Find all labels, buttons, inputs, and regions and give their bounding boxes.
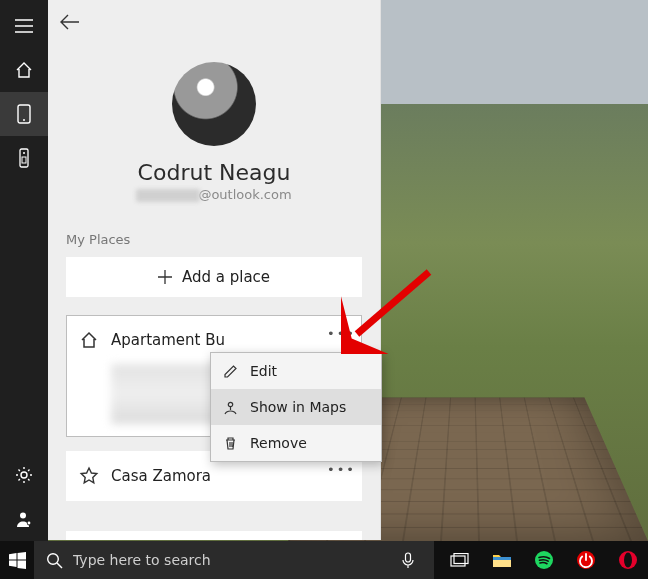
remote-icon (19, 148, 29, 168)
svg-rect-4 (22, 157, 26, 163)
home-icon (79, 330, 99, 350)
folder-icon (492, 552, 512, 568)
add-place-button[interactable]: Add a place (66, 257, 362, 297)
svg-point-6 (20, 513, 26, 519)
taskbar-app-explorer[interactable] (482, 541, 522, 579)
email-domain: @outlook.com (198, 187, 291, 202)
gear-icon (15, 466, 33, 484)
context-edit[interactable]: Edit (211, 353, 381, 389)
svg-rect-13 (406, 553, 411, 562)
svg-point-1 (23, 119, 25, 121)
svg-point-5 (21, 472, 27, 478)
star-icon (79, 466, 99, 486)
svg-rect-2 (20, 149, 28, 167)
phone-icon (17, 104, 31, 124)
map-pin-icon (223, 400, 238, 415)
opera-icon (618, 550, 638, 570)
taskbar-app-spotify[interactable] (524, 541, 564, 579)
search-input[interactable] (73, 552, 384, 568)
back-arrow-icon (59, 11, 81, 33)
context-edit-label: Edit (250, 363, 277, 379)
rail-settings-button[interactable] (0, 453, 48, 497)
place-card[interactable]: Apartament Bucuresti ••• (66, 531, 362, 540)
taskbar (0, 541, 648, 579)
svg-point-21 (624, 553, 632, 568)
task-view-icon (450, 553, 470, 568)
svg-point-3 (23, 152, 25, 154)
svg-rect-15 (454, 553, 468, 563)
windows-icon (9, 552, 26, 569)
svg-line-12 (57, 563, 62, 568)
context-remove-label: Remove (250, 435, 307, 451)
plus-icon (158, 270, 172, 284)
email-redacted (136, 189, 200, 202)
mic-button[interactable] (394, 552, 422, 569)
home-icon (15, 61, 33, 79)
taskbar-tray (434, 541, 648, 579)
profile-email: @outlook.com (136, 187, 291, 202)
search-icon (46, 552, 63, 569)
power-icon (576, 550, 596, 570)
start-button[interactable] (0, 541, 34, 579)
rail-home-button[interactable] (0, 48, 48, 92)
place-more-button[interactable]: ••• (327, 326, 355, 341)
section-label-my-places: My Places (66, 232, 362, 247)
context-show-in-maps[interactable]: Show in Maps (211, 389, 381, 425)
svg-point-11 (48, 553, 59, 564)
rail-menu-button[interactable] (0, 4, 48, 48)
profile-name: Codrut Neagu (138, 160, 291, 185)
svg-point-9 (228, 402, 232, 406)
rail-phone-button[interactable] (0, 92, 48, 136)
place-name: Casa Zamora (111, 467, 349, 485)
trash-icon (223, 436, 238, 451)
taskbar-app-power[interactable] (566, 541, 606, 579)
add-place-label: Add a place (182, 268, 270, 286)
back-button[interactable] (48, 0, 92, 44)
profile-block: Codrut Neagu @outlook.com (48, 62, 380, 202)
svg-point-8 (28, 522, 31, 525)
rail-account-button[interactable] (0, 497, 48, 541)
context-show-in-maps-label: Show in Maps (250, 399, 346, 415)
task-view-button[interactable] (440, 541, 480, 579)
place-context-menu: Edit Show in Maps Remove (210, 352, 382, 462)
svg-rect-14 (451, 556, 465, 566)
app-rail (0, 0, 48, 541)
mic-icon (402, 552, 414, 569)
taskbar-app-opera[interactable] (608, 541, 648, 579)
person-icon (15, 510, 33, 528)
hamburger-icon (15, 19, 33, 33)
context-remove[interactable]: Remove (211, 425, 381, 461)
avatar[interactable] (172, 62, 256, 146)
spotify-icon (534, 550, 554, 570)
place-more-button[interactable]: ••• (327, 462, 355, 477)
rail-remote-button[interactable] (0, 136, 48, 180)
pencil-icon (223, 364, 238, 379)
place-name: Apartament Bu (111, 331, 349, 349)
taskbar-search[interactable] (34, 541, 434, 579)
svg-rect-17 (493, 557, 511, 560)
